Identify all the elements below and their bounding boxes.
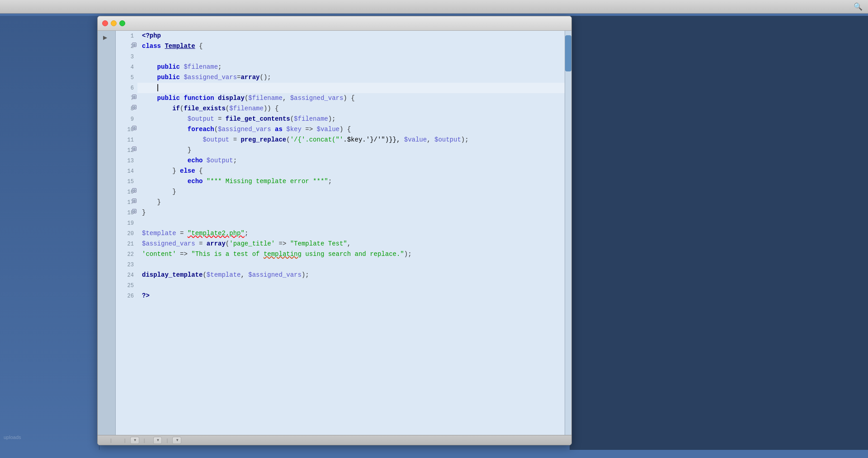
bg-left-panel: uploads bbox=[0, 16, 99, 450]
code-line: $assigned_vars = array('page_title' => "… bbox=[137, 239, 565, 249]
line-number: 22 bbox=[116, 249, 137, 260]
fold-marker[interactable]: ◇ bbox=[132, 126, 137, 130]
line-number: 8◇ bbox=[116, 104, 137, 114]
code-line: $template = "template2.php"; bbox=[137, 228, 565, 239]
sidebar-toggle[interactable]: ▶ bbox=[103, 34, 110, 42]
close-button[interactable] bbox=[102, 20, 108, 26]
code-line bbox=[137, 260, 565, 270]
table-row: 21 $assigned_vars = array('page_title' =… bbox=[116, 239, 565, 249]
code-line: public $filename; bbox=[137, 62, 565, 72]
editor-area: ▶ 1 <?php 2◇ class Template { bbox=[98, 31, 571, 435]
code-line: } bbox=[137, 208, 565, 218]
table-row: 23 bbox=[116, 260, 565, 270]
menu-navigation[interactable] bbox=[63, 0, 72, 13]
code-line: } else { bbox=[137, 166, 565, 176]
menu-window[interactable] bbox=[81, 0, 90, 13]
line-number: 2◇ bbox=[116, 41, 137, 52]
line-number: 13 bbox=[116, 156, 137, 166]
code-line: <?php bbox=[137, 31, 565, 41]
dropdown-arrow-icon: ▼ bbox=[175, 438, 179, 442]
fold-marker[interactable]: ◇ bbox=[132, 209, 137, 213]
scope-dropdown[interactable]: ▼ bbox=[172, 437, 181, 444]
code-line: ?> bbox=[137, 291, 565, 301]
table-row: 20 $template = "template2.php"; bbox=[116, 228, 565, 239]
line-number: 9 bbox=[116, 114, 137, 124]
status-bar: | | ▼ | ▼ | ▼ bbox=[98, 435, 571, 445]
search-icon[interactable]: 🔍 bbox=[854, 2, 868, 11]
line-number: 21 bbox=[116, 239, 137, 249]
line-number: 25 bbox=[116, 280, 137, 291]
code-line: $output = file_get_contents($filename); bbox=[137, 114, 565, 124]
table-row: 12◇ } bbox=[116, 145, 565, 156]
fold-marker[interactable]: ◇ bbox=[132, 42, 137, 47]
table-row: 1 <?php bbox=[116, 31, 565, 41]
table-row: 11 $output = preg_replace('/{'.concat("'… bbox=[116, 135, 565, 145]
code-line[interactable] bbox=[137, 83, 565, 93]
table-row: 10◇ foreach($assigned_vars as $key => $v… bbox=[116, 124, 565, 135]
dropdown-arrow-icon: ▼ bbox=[133, 438, 137, 442]
line-number: 5 bbox=[116, 72, 137, 83]
table-row: 19 bbox=[116, 218, 565, 228]
code-line: public function display($filename, $assi… bbox=[137, 93, 565, 104]
fold-marker[interactable]: ◇ bbox=[132, 198, 137, 203]
fold-marker[interactable]: ◇ bbox=[132, 94, 137, 99]
menu-textmate[interactable] bbox=[18, 0, 27, 13]
code-line: } bbox=[137, 197, 565, 208]
code-table: 1 <?php 2◇ class Template { 3 bbox=[116, 31, 565, 301]
line-number: 7◇ bbox=[116, 93, 137, 104]
line-number: 19 bbox=[116, 218, 137, 228]
menu-edit[interactable] bbox=[36, 0, 45, 13]
line-number: 11 bbox=[116, 135, 137, 145]
table-row: 22 'content' => "This is a test of templ… bbox=[116, 249, 565, 260]
maximize-button[interactable] bbox=[119, 20, 125, 26]
line-number: 14 bbox=[116, 166, 137, 176]
code-line bbox=[137, 218, 565, 228]
line-number: 15 bbox=[116, 176, 137, 187]
menu-bar: 🔍 bbox=[0, 0, 868, 14]
code-line: if(file_exists($filename)) { bbox=[137, 104, 565, 114]
left-sidebar: ▶ bbox=[98, 31, 116, 435]
line-number: 6 bbox=[116, 83, 137, 93]
line-number: 17◇ bbox=[116, 197, 137, 208]
bg-right-panel bbox=[570, 16, 868, 450]
table-row: 18◇ } bbox=[116, 208, 565, 218]
menu-text[interactable] bbox=[54, 0, 63, 13]
menu-help[interactable] bbox=[90, 0, 99, 13]
fold-marker[interactable]: ◇ bbox=[132, 188, 137, 193]
line-number: 4 bbox=[116, 62, 137, 72]
scrollbar-track bbox=[565, 31, 571, 435]
syntax-dropdown[interactable]: ▼ bbox=[130, 437, 139, 444]
table-row: 16◇ } bbox=[116, 187, 565, 197]
code-line: class Template { bbox=[137, 41, 565, 52]
line-number: 1 bbox=[116, 31, 137, 41]
menu-view[interactable] bbox=[45, 0, 54, 13]
menu-file[interactable] bbox=[27, 0, 36, 13]
fold-marker[interactable]: ◇ bbox=[132, 146, 137, 151]
code-line: $output = preg_replace('/{'.concat("'.$k… bbox=[137, 135, 565, 145]
table-row: 26 ?> bbox=[116, 291, 565, 301]
table-row: 8◇ if(file_exists($filename)) { bbox=[116, 104, 565, 114]
tab-size-dropdown[interactable]: ▼ bbox=[153, 437, 162, 444]
line-number: 10◇ bbox=[116, 124, 137, 135]
table-row: 13 echo $output; bbox=[116, 156, 565, 166]
menu-bundles[interactable] bbox=[72, 0, 81, 13]
table-row: 25 bbox=[116, 280, 565, 291]
code-line: } bbox=[137, 187, 565, 197]
table-row: 4 public $filename; bbox=[116, 62, 565, 72]
scrollbar-thumb[interactable] bbox=[565, 35, 571, 71]
vertical-scrollbar[interactable] bbox=[565, 31, 571, 435]
table-row: 24 display_template($template, $assigned… bbox=[116, 270, 565, 280]
fold-marker[interactable]: ◇ bbox=[132, 105, 137, 109]
table-row: 5 public $assigned_vars=array(); bbox=[116, 72, 565, 83]
title-bar bbox=[98, 16, 571, 31]
table-row: 3 bbox=[116, 52, 565, 62]
dropdown-arrow-icon: ▼ bbox=[156, 438, 160, 442]
code-editor[interactable]: 1 <?php 2◇ class Template { 3 bbox=[116, 31, 565, 435]
line-number: 18◇ bbox=[116, 208, 137, 218]
minimize-button[interactable] bbox=[111, 20, 117, 26]
line-number: 23 bbox=[116, 260, 137, 270]
table-row: 2◇ class Template { bbox=[116, 41, 565, 52]
code-line: display_template($template, $assigned_va… bbox=[137, 270, 565, 280]
line-number: 24 bbox=[116, 270, 137, 280]
line-number: 16◇ bbox=[116, 187, 137, 197]
